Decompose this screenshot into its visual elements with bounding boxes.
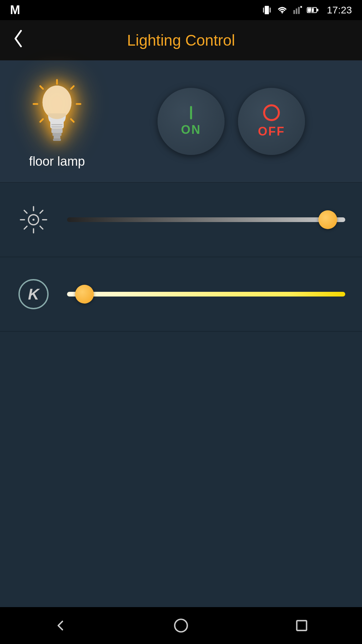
brightness-slider-container[interactable] xyxy=(67,210,345,230)
svg-rect-26 xyxy=(54,136,60,139)
svg-line-19 xyxy=(71,119,74,122)
svg-point-38 xyxy=(175,619,187,632)
svg-rect-3 xyxy=(293,10,295,14)
status-time: 17:23 xyxy=(327,4,352,16)
brightness-slider-section xyxy=(0,183,362,257)
svg-line-11 xyxy=(311,7,312,13)
k-icon: K xyxy=(18,279,49,309)
device-section: floor lamp ON OFF xyxy=(0,60,362,183)
temperature-thumb[interactable] xyxy=(75,285,94,304)
vibrate-icon xyxy=(262,5,272,15)
svg-rect-25 xyxy=(53,133,62,136)
svg-rect-39 xyxy=(297,621,306,630)
bulb-icon-wrap xyxy=(20,74,94,148)
on-bar-icon xyxy=(190,106,192,119)
svg-rect-5 xyxy=(298,7,300,14)
temperature-slider-section: K xyxy=(0,257,362,332)
empty-area xyxy=(0,332,362,607)
temperature-slider-container[interactable] xyxy=(67,284,345,304)
device-icon-container: floor lamp xyxy=(17,74,97,169)
off-circle-icon xyxy=(263,104,280,121)
nav-bar: Lighting Control xyxy=(0,20,362,60)
back-button[interactable] xyxy=(12,29,25,52)
svg-rect-10 xyxy=(316,9,318,11)
off-label: OFF xyxy=(258,124,285,139)
svg-point-23 xyxy=(43,86,72,119)
off-button[interactable]: OFF xyxy=(238,88,305,155)
android-nav-bar xyxy=(0,607,362,644)
status-bar: M 17:23 xyxy=(0,0,362,20)
signal-icon xyxy=(293,5,302,15)
android-home-button[interactable] xyxy=(173,617,189,634)
svg-point-29 xyxy=(33,219,35,221)
bulb-icon xyxy=(27,77,87,144)
android-recents-button[interactable] xyxy=(293,617,310,634)
battery-icon xyxy=(307,5,319,15)
on-label: ON xyxy=(181,123,201,137)
svg-line-17 xyxy=(71,86,74,89)
svg-rect-9 xyxy=(308,8,314,12)
svg-rect-27 xyxy=(53,139,61,141)
svg-line-34 xyxy=(24,210,27,213)
brightness-icon xyxy=(17,203,50,236)
svg-rect-1 xyxy=(263,8,264,13)
svg-line-18 xyxy=(40,119,43,122)
on-button[interactable]: ON xyxy=(158,88,225,155)
svg-line-16 xyxy=(40,86,43,89)
temperature-slider-track[interactable] xyxy=(67,292,345,297)
device-name: floor lamp xyxy=(29,154,85,169)
page-title: Lighting Control xyxy=(127,31,235,49)
on-off-buttons: ON OFF xyxy=(117,88,345,155)
svg-rect-0 xyxy=(265,6,269,14)
wifi-icon xyxy=(277,5,288,15)
status-icons: 17:23 xyxy=(262,4,352,16)
brightness-thumb[interactable] xyxy=(318,210,337,229)
android-back-button[interactable] xyxy=(52,617,69,634)
gmail-icon: M xyxy=(10,3,20,17)
svg-rect-2 xyxy=(270,8,271,13)
svg-rect-24 xyxy=(51,128,62,133)
svg-line-35 xyxy=(40,226,43,229)
svg-rect-4 xyxy=(296,8,297,14)
svg-line-37 xyxy=(40,210,43,213)
temperature-icon: K xyxy=(17,277,50,311)
svg-line-36 xyxy=(24,226,27,229)
brightness-slider-track[interactable] xyxy=(67,217,345,222)
